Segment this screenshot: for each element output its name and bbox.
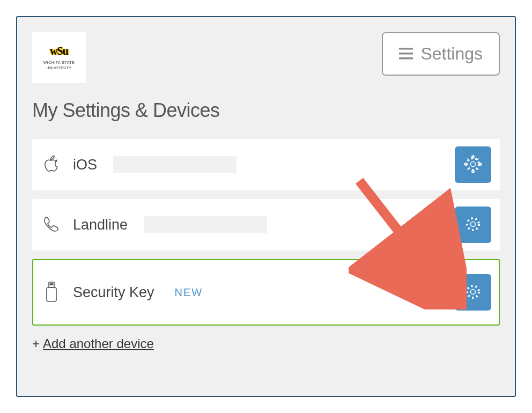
page-title: My Settings & Devices [32,99,500,122]
svg-point-6 [467,218,479,230]
svg-point-3 [471,161,476,166]
svg-point-5 [471,222,476,226]
device-options-button[interactable] [455,206,491,243]
gear-icon [463,215,483,235]
svg-point-11 [471,289,476,294]
add-device-link[interactable]: +Add another device [32,336,154,351]
device-number-redacted [144,216,267,233]
device-number-redacted [113,156,237,173]
new-badge: NEW [175,286,203,299]
settings-devices-panel: wSu WICHITA STATE UNIVERSITY Settings My… [16,16,516,397]
gear-icon [463,154,483,175]
org-logo-text: WICHITA STATE UNIVERSITY [43,60,75,70]
svg-rect-10 [47,287,56,301]
svg-rect-9 [52,284,53,285]
svg-rect-1 [399,53,413,55]
device-row-ios: iOS [32,139,500,190]
org-logo-mark: wSu [50,45,68,57]
org-logo: wSu WICHITA STATE UNIVERSITY [32,32,86,83]
add-device-label: Add another device [43,336,154,351]
device-options-button[interactable] [455,274,491,311]
device-row-security-key: Security Key NEW [32,259,500,326]
plus-icon: + [32,336,40,351]
svg-rect-8 [50,284,51,285]
svg-rect-2 [399,57,413,60]
org-logo-line2: UNIVERSITY [43,65,75,70]
svg-rect-0 [399,48,413,50]
usb-key-icon [41,282,62,303]
apple-icon [41,154,62,175]
device-options-button[interactable] [455,146,491,183]
device-row-landline: Landline [32,199,500,250]
svg-point-4 [467,158,479,170]
phone-icon [41,214,62,235]
settings-button-label: Settings [420,44,483,64]
header: wSu WICHITA STATE UNIVERSITY Settings [32,32,500,83]
gear-icon [463,282,483,303]
device-label: Landline [73,217,128,233]
device-label: iOS [73,157,97,173]
device-list: iOS [32,139,500,326]
device-label: Security Key [73,284,154,301]
hamburger-icon [399,44,413,64]
org-logo-line1: WICHITA STATE [43,60,75,65]
settings-button[interactable]: Settings [382,32,500,76]
svg-point-12 [467,286,479,298]
